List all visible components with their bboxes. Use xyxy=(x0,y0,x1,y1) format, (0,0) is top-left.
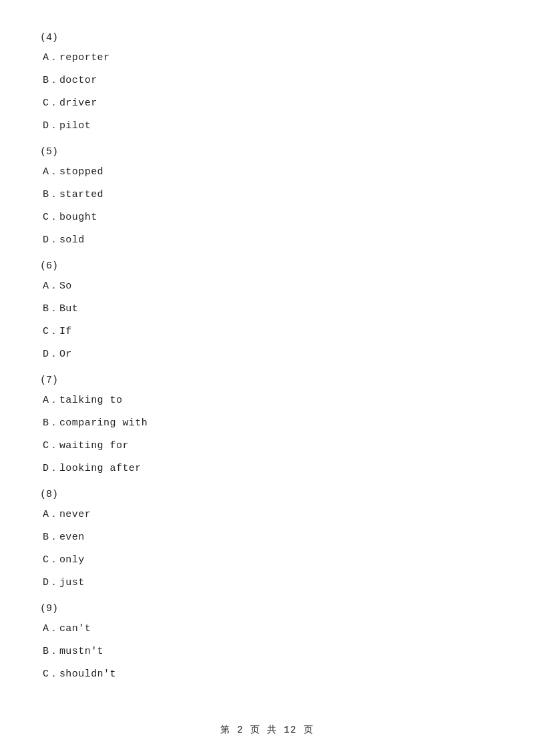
option-q2-0: A．So xyxy=(40,278,494,295)
question-number-5: (9) xyxy=(40,603,494,614)
option-q4-2: C．only xyxy=(40,552,494,568)
option-q3-3: D．looking after xyxy=(40,461,494,477)
option-q1-2: C．bought xyxy=(40,210,494,226)
option-q2-3: D．Or xyxy=(40,347,494,363)
option-q5-1: B．mustn't xyxy=(40,644,494,660)
page-footer: 第 2 页 共 12 页 xyxy=(0,724,534,736)
option-q0-2: C．driver xyxy=(40,96,494,112)
option-q1-3: D．sold xyxy=(40,232,494,248)
option-q3-0: A．talking to xyxy=(40,393,494,409)
option-q4-1: B．even xyxy=(40,530,494,546)
option-q2-1: B．But xyxy=(40,301,494,317)
option-q5-0: A．can't xyxy=(40,621,494,637)
footer-text: 第 2 页 共 12 页 xyxy=(220,725,314,735)
option-q1-1: B．started xyxy=(40,187,494,203)
option-q3-1: B．comparing with xyxy=(40,415,494,431)
option-q0-3: D．pilot xyxy=(40,118,494,134)
option-q5-2: C．shouldn't xyxy=(40,667,494,683)
question-number-4: (8) xyxy=(40,489,494,500)
option-q2-2: C．If xyxy=(40,324,494,340)
option-q0-0: A．reporter xyxy=(40,50,494,66)
option-q4-0: A．never xyxy=(40,507,494,523)
question-number-0: (4) xyxy=(40,32,494,43)
option-q0-1: B．doctor xyxy=(40,73,494,89)
question-number-1: (5) xyxy=(40,146,494,158)
question-number-2: (6) xyxy=(40,260,494,272)
option-q4-3: D．just xyxy=(40,575,494,591)
question-number-3: (7) xyxy=(40,375,494,386)
page-content: (4)A．reporterB．doctorC．driverD．pilot(5)A… xyxy=(0,0,534,729)
option-q1-0: A．stopped xyxy=(40,164,494,180)
option-q3-2: C．waiting for xyxy=(40,438,494,454)
